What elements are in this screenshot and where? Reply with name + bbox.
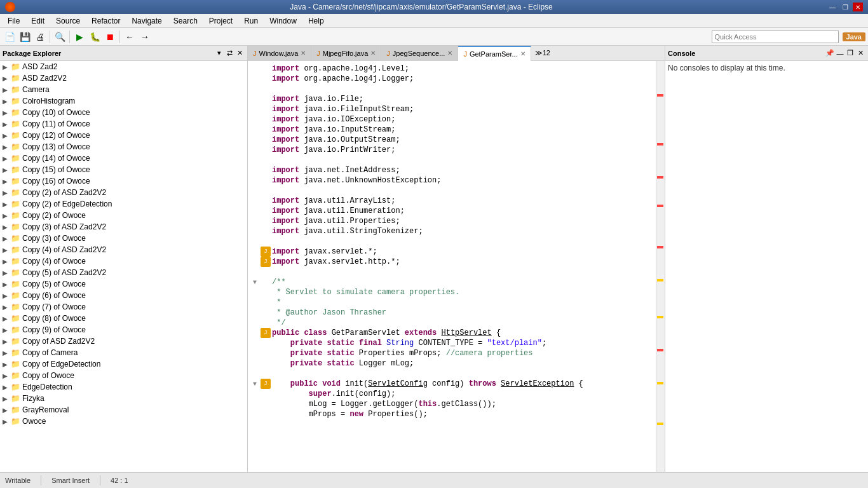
close-button[interactable]: ✕	[853, 3, 863, 11]
menu-item-file[interactable]: File	[3, 15, 25, 27]
tree-item[interactable]: ▶📁Copy (16) of Owoce	[0, 175, 247, 187]
menu-item-help[interactable]: Help	[303, 15, 329, 27]
tree-item[interactable]: ▶📁ASD Zad2V2	[0, 72, 247, 84]
tree-expand-arrow[interactable]: ▶	[3, 64, 10, 71]
tab-close-btn[interactable]: ✕	[370, 50, 376, 57]
debug-button[interactable]: 🐛	[88, 30, 102, 44]
tree-expand-arrow[interactable]: ▶	[3, 372, 10, 379]
tree-item[interactable]: ▶📁Copy (5) of Owoce	[0, 278, 247, 290]
stop-button[interactable]: ⏹	[103, 30, 117, 44]
tab-close-btn[interactable]: ✕	[520, 50, 526, 57]
console-minimize-btn[interactable]: —	[835, 48, 845, 58]
tree-item[interactable]: ▶📁ColroHistogram	[0, 95, 247, 107]
minimize-button[interactable]: —	[827, 3, 837, 11]
tree-expand-arrow[interactable]: ▶	[3, 407, 10, 414]
menu-item-run[interactable]: Run	[239, 15, 263, 27]
console-close-btn[interactable]: ✕	[855, 48, 865, 58]
tree-item[interactable]: ▶📁EdgeDetection	[0, 381, 247, 393]
fold-arrow[interactable]: ▼	[253, 381, 261, 388]
tree-expand-arrow[interactable]: ▶	[3, 304, 10, 311]
tree-expand-arrow[interactable]: ▶	[3, 327, 10, 334]
code-content[interactable]: import org.apache.log4j.Level; import or…	[248, 61, 656, 472]
tree-item[interactable]: ▶📁Owoce	[0, 416, 247, 427]
menu-item-navigate[interactable]: Navigate	[126, 15, 166, 27]
tree-item[interactable]: ▶📁Copy of ASD Zad2V2	[0, 336, 247, 347]
tree-item[interactable]: ▶📁Copy (14) of Owoce	[0, 152, 247, 164]
menu-item-window[interactable]: Window	[264, 15, 302, 27]
tree-expand-arrow[interactable]: ▶	[3, 132, 10, 139]
quick-access-input[interactable]	[712, 30, 839, 43]
forward-button[interactable]: →	[138, 30, 152, 44]
tree-item[interactable]: ▶📁Copy (11) of Owoce	[0, 118, 247, 130]
tree-item[interactable]: ▶📁Fizyka	[0, 393, 247, 404]
tree-item[interactable]: ▶📁Copy (3) of Owoce	[0, 233, 247, 244]
tree-item[interactable]: ▶📁Copy (12) of Owoce	[0, 130, 247, 141]
java-perspective-badge[interactable]: Java	[843, 32, 865, 41]
tab-close-btn[interactable]: ✕	[447, 50, 452, 57]
editor-tab-JpegSequence---[interactable]: JJpegSequence...✕	[381, 46, 458, 61]
tree-expand-arrow[interactable]: ▶	[3, 121, 10, 128]
editor-tab-MjpegFifo-java[interactable]: JMjpegFifo.java✕	[311, 46, 381, 61]
tree-expand-arrow[interactable]: ▶	[3, 178, 10, 185]
tree-expand-arrow[interactable]: ▶	[3, 212, 10, 219]
tree-item[interactable]: ▶📁Copy (2) of Owoce	[0, 210, 247, 221]
tab-overflow[interactable]: ≫12	[531, 49, 554, 57]
tree-expand-arrow[interactable]: ▶	[3, 269, 10, 276]
tree-item[interactable]: ▶📁Camera	[0, 84, 247, 95]
tree-expand-arrow[interactable]: ▶	[3, 86, 10, 93]
tree-expand-arrow[interactable]: ▶	[3, 349, 10, 356]
code-editor[interactable]: import org.apache.log4j.Level; import or…	[248, 61, 665, 472]
menu-item-edit[interactable]: Edit	[26, 15, 50, 27]
tree-item[interactable]: ▶📁Copy (3) of ASD Zad2V2	[0, 221, 247, 233]
tree-expand-arrow[interactable]: ▶	[3, 224, 10, 231]
tree-expand-arrow[interactable]: ▶	[3, 338, 10, 345]
tree-expand-arrow[interactable]: ▶	[3, 75, 10, 82]
tree-expand-arrow[interactable]: ▶	[3, 384, 10, 391]
tree-expand-arrow[interactable]: ▶	[3, 247, 10, 254]
tree-expand-arrow[interactable]: ▶	[3, 98, 10, 105]
fold-arrow[interactable]: ▼	[253, 279, 261, 286]
search-button[interactable]: 🔍	[53, 30, 67, 44]
menu-item-project[interactable]: Project	[204, 15, 238, 27]
console-pin-btn[interactable]: 📌	[825, 48, 835, 58]
tree-expand-arrow[interactable]: ▶	[3, 189, 10, 196]
menu-item-refactor[interactable]: Refactor	[86, 15, 125, 27]
maximize-button[interactable]: ❐	[840, 3, 850, 11]
tree-item[interactable]: ▶📁GrayRemoval	[0, 404, 247, 416]
tree-item[interactable]: ▶📁Copy (2) of EdgeDetection	[0, 198, 247, 210]
tree-item[interactable]: ▶📁Copy of Owoce	[0, 370, 247, 381]
tree-expand-arrow[interactable]: ▶	[3, 109, 10, 116]
tab-close-btn[interactable]: ✕	[301, 50, 306, 57]
tree-item[interactable]: ▶📁Copy of Camera	[0, 347, 247, 358]
tree-expand-arrow[interactable]: ▶	[3, 315, 10, 322]
menu-item-source[interactable]: Source	[51, 15, 85, 27]
pe-sync-btn[interactable]: ⇄	[224, 48, 234, 58]
tree-expand-arrow[interactable]: ▶	[3, 395, 10, 402]
tree-expand-arrow[interactable]: ▶	[3, 418, 10, 425]
editor-tab-GetParamSer---[interactable]: JGetParamSer...✕	[458, 46, 531, 61]
tree-item[interactable]: ▶📁Copy (8) of Owoce	[0, 313, 247, 324]
editor-tab-Window-java[interactable]: JWindow.java✕	[248, 46, 311, 61]
tree-item[interactable]: ▶📁Copy (10) of Owoce	[0, 107, 247, 118]
tree-expand-arrow[interactable]: ▶	[3, 258, 10, 265]
tree-item[interactable]: ▶📁ASD Zad2	[0, 61, 247, 72]
tree-expand-arrow[interactable]: ▶	[3, 166, 10, 173]
tree-item[interactable]: ▶📁Copy (2) of ASD Zad2V2	[0, 187, 247, 198]
save-button[interactable]: 💾	[18, 30, 32, 44]
tree-expand-arrow[interactable]: ▶	[3, 361, 10, 368]
tree-item[interactable]: ▶📁Copy of EdgeDetection	[0, 358, 247, 370]
tree-item[interactable]: ▶📁Copy (13) of Owoce	[0, 141, 247, 152]
tree-item[interactable]: ▶📁Copy (15) of Owoce	[0, 164, 247, 175]
tree-item[interactable]: ▶📁Copy (5) of ASD Zad2V2	[0, 267, 247, 278]
run-button[interactable]: ▶	[72, 30, 86, 44]
tree-item[interactable]: ▶📁Copy (6) of Owoce	[0, 290, 247, 301]
tree-expand-arrow[interactable]: ▶	[3, 292, 10, 299]
pe-minimize-btn[interactable]: ▾	[214, 48, 224, 58]
tree-expand-arrow[interactable]: ▶	[3, 281, 10, 288]
pe-close-btn[interactable]: ✕	[234, 48, 245, 58]
tree-item[interactable]: ▶📁Copy (4) of ASD Zad2V2	[0, 244, 247, 255]
tree-expand-arrow[interactable]: ▶	[3, 155, 10, 162]
menu-item-search[interactable]: Search	[168, 15, 203, 27]
console-maximize-btn[interactable]: ❐	[845, 48, 855, 58]
tree-expand-arrow[interactable]: ▶	[3, 144, 10, 151]
